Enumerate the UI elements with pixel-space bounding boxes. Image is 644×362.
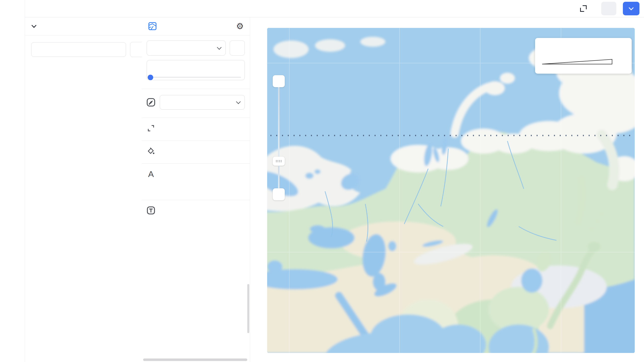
map-widget[interactable]	[267, 28, 635, 353]
fullscreen-icon[interactable]	[580, 5, 587, 12]
dataset-panel	[25, 17, 142, 362]
search-input[interactable]	[31, 42, 126, 57]
geotype-select[interactable]	[160, 95, 245, 110]
add-layer-button[interactable]	[230, 40, 245, 56]
zoom-track-lower[interactable]	[278, 166, 279, 188]
layer-select[interactable]	[147, 40, 226, 56]
zoom-track[interactable]	[278, 87, 279, 157]
map-zoom-control	[273, 75, 285, 200]
map-chart-icon	[148, 21, 157, 31]
layer-panel: ⚙	[142, 17, 250, 362]
base-map	[267, 28, 635, 353]
zoom-handle[interactable]	[273, 157, 285, 166]
dataset-collapse-icon[interactable]	[31, 23, 36, 28]
zoom-in-button[interactable]	[273, 75, 285, 87]
geopoints-section-icon	[147, 98, 155, 107]
layer-opacity-slider[interactable]	[147, 60, 245, 80]
labels-section-icon: A	[147, 170, 155, 178]
save-dropdown-button[interactable]	[623, 2, 639, 15]
left-rail	[0, 0, 25, 362]
measures-title	[25, 68, 142, 77]
saved-button[interactable]	[601, 2, 616, 15]
chart-settings-gear-icon[interactable]: ⚙	[236, 21, 244, 31]
point-size-section-icon	[147, 124, 155, 132]
dimensions-title	[25, 59, 142, 68]
zoom-out-button[interactable]	[273, 188, 285, 200]
map-legend	[535, 38, 632, 74]
legend-color-gradient	[542, 47, 625, 52]
colors-section-icon	[147, 147, 155, 155]
tooltips-section-icon	[147, 206, 155, 215]
legend-size-wedge	[542, 59, 613, 65]
vertical-scrollbar[interactable]	[247, 284, 249, 333]
horizontal-scrollbar[interactable]	[143, 358, 247, 361]
top-bar	[0, 0, 644, 17]
